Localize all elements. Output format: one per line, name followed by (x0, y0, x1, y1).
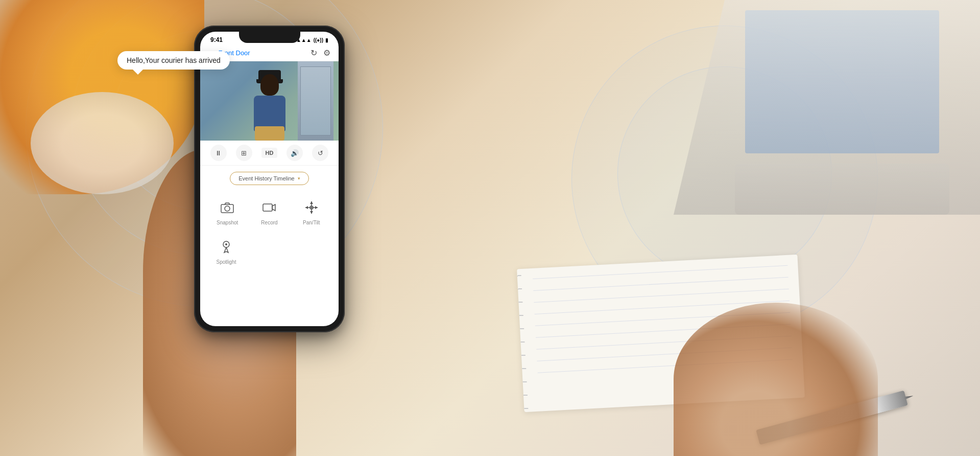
timeline-section: Event History Timeline ▾ (200, 166, 339, 189)
battery-icon: ▮ (325, 37, 328, 43)
phone-notch (239, 32, 300, 43)
svg-point-11 (225, 243, 227, 245)
video-feed[interactable] (200, 61, 339, 141)
grid-button[interactable]: ⊞ (236, 145, 252, 161)
pan-tilt-label: Pan/Tilt (303, 220, 320, 225)
nav-settings-icon[interactable]: ⚙ (323, 48, 330, 58)
snapshot-icon (218, 198, 236, 217)
nav-icons: ↻ ⚙ (310, 48, 330, 58)
nav-refresh-icon[interactable]: ↻ (310, 48, 317, 58)
keyboard-decoration (735, 164, 949, 215)
svg-point-1 (225, 206, 230, 211)
spotlight-icon (217, 238, 235, 256)
person-head (260, 74, 279, 96)
spotlight-action[interactable]: Spotlight (208, 233, 244, 270)
person-package (255, 126, 284, 141)
svg-marker-5 (310, 201, 313, 204)
wifi-icon: ((●)) (314, 37, 323, 43)
svg-rect-2 (263, 204, 272, 211)
laptop-screen-decoration (745, 10, 939, 153)
svg-marker-7 (305, 206, 308, 209)
pause-icon: ⏸ (215, 149, 222, 157)
hd-button[interactable]: HD (261, 148, 278, 158)
snapshot-action[interactable]: Snapshot (208, 193, 246, 231)
spotlight-label: Spotlight (217, 259, 236, 265)
timeline-label: Event History Timeline (238, 175, 294, 181)
svg-marker-6 (310, 211, 313, 214)
refresh-icon: ↺ (318, 149, 323, 157)
video-controls-bar: ⏸ ⊞ HD 🔊 ↺ (200, 141, 339, 166)
record-label: Record (261, 220, 277, 225)
event-history-timeline-button[interactable]: Event History Timeline ▾ (230, 172, 308, 185)
hand-right-decoration (674, 303, 878, 456)
record-action[interactable]: Record (250, 193, 288, 231)
actions-grid: Snapshot Record (200, 189, 339, 231)
phone-wrapper: 9:41 ▲▲▲ ((●)) ▮ ‹ < Front Door ↻ ⚙ (194, 26, 345, 332)
pan-tilt-action[interactable]: Pan/Tilt (293, 193, 330, 231)
spotlight-row: Spotlight (200, 231, 339, 270)
notification-bubble: Hello,Your courier has arrived (117, 51, 230, 70)
volume-icon: 🔊 (291, 149, 299, 157)
refresh-button[interactable]: ↺ (312, 145, 328, 161)
timeline-arrow-icon: ▾ (298, 176, 300, 181)
grid-icon: ⊞ (241, 149, 247, 157)
door-panel (300, 66, 331, 135)
status-icons: ▲▲▲ ((●)) ▮ (296, 37, 328, 43)
status-time: 9:41 (210, 36, 223, 43)
bowl-decoration (31, 92, 174, 194)
pause-button[interactable]: ⏸ (210, 145, 227, 161)
svg-marker-8 (315, 206, 318, 209)
volume-button[interactable]: 🔊 (286, 145, 303, 161)
snapshot-label: Snapshot (217, 220, 238, 225)
person-in-video (239, 66, 300, 141)
phone-screen: 9:41 ▲▲▲ ((●)) ▮ ‹ < Front Door ↻ ⚙ (200, 32, 339, 326)
record-icon (260, 198, 278, 217)
notification-text: Hello,Your courier has arrived (127, 56, 221, 64)
person-body (249, 74, 290, 141)
pan-tilt-icon (302, 198, 321, 217)
